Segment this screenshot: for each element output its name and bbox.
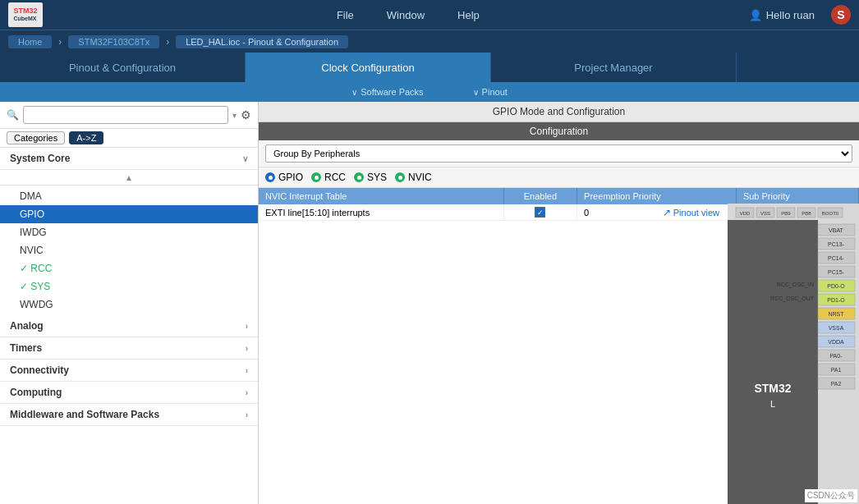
sys-radio	[354, 172, 364, 182]
timers-label: Timers	[10, 342, 42, 354]
sys-label: SYS	[367, 172, 387, 183]
enabled-cell[interactable]: ✓	[503, 204, 576, 221]
menu-bar: STM32 CubeMX File Window Help 👤 Hello ru…	[0, 0, 859, 30]
sidebar-item-wwdg[interactable]: WWDG	[0, 296, 258, 314]
enabled-checkbox[interactable]: ✓	[511, 207, 570, 218]
svg-text:PC15-: PC15-	[828, 269, 845, 275]
col-preemption: Preemption Priority	[577, 188, 737, 204]
breadcrumb-bar: Home › STM32F103C8Tx › LED_HAL.ioc - Pin…	[0, 30, 859, 53]
filter-tabs: Categories A->Z	[0, 129, 258, 148]
rcc-radio	[311, 172, 321, 182]
sidebar-item-nvic[interactable]: NVIC	[0, 241, 258, 259]
logo-box: STM32 CubeMX	[8, 2, 43, 27]
tab-clock-label: Clock Configuration	[321, 62, 414, 74]
settings-button[interactable]: ⚙	[241, 108, 251, 121]
breadcrumb-arrow-2: ›	[166, 36, 169, 48]
breadcrumb-mcu[interactable]: STM32F103C8Tx	[68, 35, 159, 48]
sidebar-item-dma[interactable]: DMA	[0, 187, 258, 205]
tab-extra	[737, 53, 859, 82]
app-logo: STM32 CubeMX	[8, 2, 43, 27]
middleware-chevron-icon: ›	[246, 410, 248, 419]
watermark: CSDN公众号	[805, 489, 857, 502]
rcc-label: RCC	[324, 172, 346, 183]
svg-text:PA2: PA2	[831, 381, 842, 387]
svg-text:PB9: PB9	[781, 211, 791, 216]
breadcrumb-arrow-1: ›	[58, 36, 62, 48]
main-content: 🔍 ▾ ⚙ Categories A->Z System Core ∨ ▲ DM…	[0, 102, 859, 504]
col-enabled: Enabled	[503, 188, 576, 204]
menu-file[interactable]: File	[337, 9, 354, 21]
analog-header[interactable]: Analog ›	[0, 315, 258, 337]
up-arrow-icon: ▲	[125, 173, 133, 182]
connectivity-chevron-icon: ›	[246, 366, 248, 375]
menu-help[interactable]: Help	[457, 9, 480, 21]
tab-project[interactable]: Project Manager	[491, 53, 737, 82]
mode-tab-rcc[interactable]: RCC	[311, 172, 346, 183]
col-nvic: NVIC Interrupt Table	[259, 188, 503, 204]
mode-tab-sys[interactable]: SYS	[354, 172, 387, 183]
dropdown-row: Group By Peripherals	[259, 140, 859, 167]
sidebar-item-rcc[interactable]: ✓ RCC	[0, 259, 258, 277]
expand-arrow: ▲	[0, 170, 258, 186]
system-core-header[interactable]: System Core ∨	[0, 148, 258, 170]
timers-header[interactable]: Timers ›	[0, 337, 258, 360]
chip-sublabel: L	[770, 399, 775, 409]
mode-tab-gpio[interactable]: GPIO	[265, 172, 303, 183]
group-by-select[interactable]: Group By Peripherals	[265, 144, 852, 163]
filter-az[interactable]: A->Z	[69, 131, 103, 144]
svg-text:NRST: NRST	[828, 311, 844, 317]
nvic-label: NVIC	[408, 172, 432, 183]
dropdown-arrow-icon: ▾	[232, 111, 237, 120]
search-bar: 🔍 ▾ ⚙	[0, 102, 258, 129]
breadcrumb-home[interactable]: Home	[8, 35, 52, 48]
filter-categories[interactable]: Categories	[7, 131, 65, 144]
analog-chevron-icon: ›	[246, 322, 248, 331]
menu-window[interactable]: Window	[387, 9, 425, 21]
rcc-osc-out-label: RCC_OSC_OUT	[770, 296, 815, 302]
pinout-view-icon: ↗	[663, 207, 671, 218]
pinout-view-button[interactable]: ↗ Pinout view	[663, 207, 719, 218]
svg-text:PA0-: PA0-	[829, 353, 843, 359]
svg-text:VSSA: VSSA	[829, 325, 844, 331]
mode-tabs: GPIO RCC SYS NVIC	[259, 167, 859, 188]
svg-text:PB8: PB8	[802, 211, 811, 216]
tab-project-label: Project Manager	[574, 62, 652, 74]
panel-header: GPIO Mode and Configuration	[259, 102, 859, 122]
middleware-header[interactable]: Middleware and Software Packs ›	[0, 404, 258, 426]
svg-text:VSS: VSS	[760, 211, 770, 216]
analog-label: Analog	[10, 320, 44, 332]
chip-diagram: VDD VSS PB9 PB8 BOOT0 STM32 L	[728, 204, 859, 504]
search-icon: 🔍	[7, 109, 19, 121]
col-sub: Sub Priority	[736, 188, 858, 204]
sidebar: 🔍 ▾ ⚙ Categories A->Z System Core ∨ ▲ DM…	[0, 102, 259, 504]
user-icon: 👤	[749, 9, 762, 21]
nvic-radio	[395, 172, 405, 182]
tab-pinout[interactable]: Pinout & Configuration	[0, 53, 246, 82]
main-tab-bar: Pinout & Configuration Clock Configurati…	[0, 53, 859, 82]
connectivity-header[interactable]: Connectivity ›	[0, 360, 258, 382]
mode-tab-nvic[interactable]: NVIC	[395, 172, 432, 183]
sidebar-item-gpio[interactable]: GPIO	[0, 205, 258, 223]
sidebar-item-iwdg[interactable]: IWDG	[0, 223, 258, 241]
tab-clock[interactable]: Clock Configuration	[246, 53, 491, 82]
sidebar-item-sys[interactable]: ✓ SYS	[0, 277, 258, 296]
gpio-label: GPIO	[278, 172, 303, 183]
timers-chevron-icon: ›	[246, 344, 248, 353]
breadcrumb-project[interactable]: LED_HAL.ioc - Pinout & Configuration	[176, 35, 348, 48]
sub-tab-bar: Software Packs Pinout	[0, 82, 859, 102]
tab-pinout-label: Pinout & Configuration	[69, 62, 176, 74]
sub-tab-software-packs[interactable]: Software Packs	[351, 87, 423, 97]
panel-header-label: GPIO Mode and Configuration	[493, 106, 625, 117]
config-label: Configuration	[530, 126, 588, 137]
computing-header[interactable]: Computing ›	[0, 382, 258, 404]
search-input[interactable]	[23, 106, 228, 124]
chip-container: VDD VSS PB9 PB8 BOOT0 STM32 L	[728, 204, 859, 504]
st-logo: S	[831, 5, 851, 25]
system-core-chevron-icon: ∨	[242, 154, 248, 163]
svg-text:PC14-: PC14-	[828, 255, 845, 261]
pinout-view-label: Pinout view	[673, 208, 719, 218]
user-name: Hello ruan	[766, 9, 815, 21]
system-core-items: DMA GPIO IWDG NVIC ✓ RCC ✓ SYS WWDG	[0, 186, 258, 315]
user-info: 👤 Hello ruan	[749, 9, 815, 21]
sub-tab-pinout[interactable]: Pinout	[473, 87, 508, 97]
